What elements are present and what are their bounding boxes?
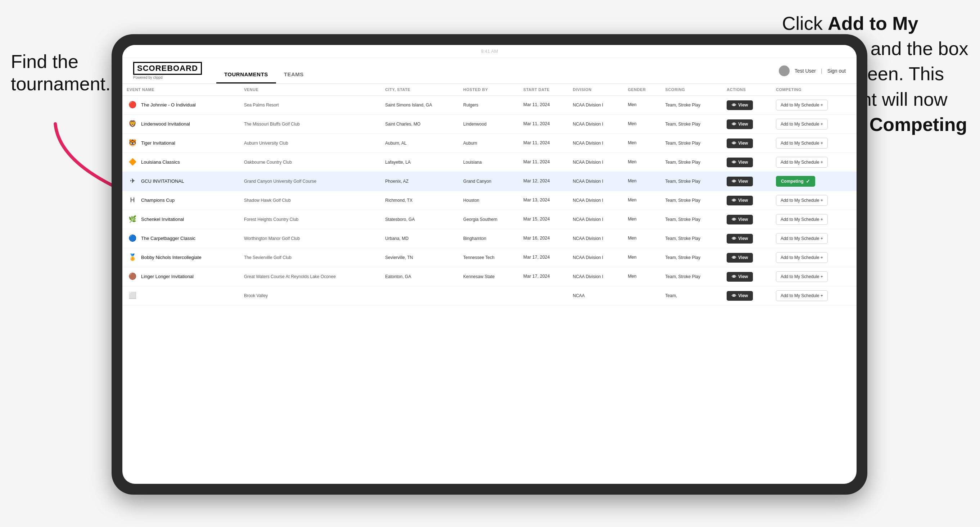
competing-button[interactable]: Competing ✓ [776,176,815,187]
scoring-cell: Team, Stroke Play [661,248,723,267]
col-scoring: SCORING [661,84,723,96]
event-name-text: The Carpetbagger Classic [141,235,196,242]
start-date-cell: Mar 12, 2024 [519,172,568,191]
event-name-cell: ⬜ [123,286,240,305]
scoring-cell: Team, Stroke Play [661,96,723,115]
sign-out-link[interactable]: Sign out [827,68,846,74]
add-schedule-button[interactable]: Add to My Schedule + [776,271,828,282]
event-name-cell: 🦁 Lindenwood Invitational [123,115,240,134]
event-name-cell: 🔶 Louisiana Classics [123,153,240,172]
col-hosted-by: HOSTED BY [459,84,519,96]
add-schedule-button[interactable]: Add to My Schedule + [776,157,828,168]
view-button[interactable]: 👁 View [727,272,753,282]
actions-cell: 👁 View [722,248,772,267]
eye-icon: 👁 [732,122,737,127]
tablet-topbar: 9:41 AM [123,45,857,58]
event-name-cell: 🌿 Schenkel Invitational [123,210,240,229]
gender-cell: Men [623,172,661,191]
actions-cell: 👁 View [722,210,772,229]
eye-icon: 👁 [732,198,737,203]
event-name-cell: 🔵 The Carpetbagger Classic [123,229,240,248]
add-schedule-button[interactable]: Add to My Schedule + [776,214,828,225]
gender-cell: Men [623,153,661,172]
add-schedule-button[interactable]: Add to My Schedule + [776,100,828,110]
view-button[interactable]: 👁 View [727,234,753,243]
venue-cell: Forest Heights Country Club [240,210,381,229]
view-button[interactable]: 👁 View [727,157,753,167]
eye-icon: 👁 [732,160,737,165]
gender-cell: Men [623,229,661,248]
event-name-text: Linger Longer Invitational [141,273,194,280]
venue-cell: The Missouri Bluffs Golf Club [240,115,381,134]
event-name-cell: 🐯 Tiger Invitational [123,134,240,153]
eye-icon: 👁 [732,255,737,260]
gender-cell: Men [623,115,661,134]
hosted-by-cell: Rutgers [459,96,519,115]
start-date-cell: Mar 17, 2024 [519,267,568,286]
division-cell: NCAA Division I [568,191,623,210]
event-name-cell: 🔴 The Johnnie - O Individual [123,96,240,115]
view-button[interactable]: 👁 View [727,215,753,224]
table-header-row: EVENT NAME VENUE CITY, STATE HOSTED BY S… [123,84,857,96]
team-logo: 🏅 [127,252,138,264]
gender-cell [623,286,661,305]
event-name-cell: ✈ GCU INVITATIONAL [123,172,240,191]
view-button[interactable]: 👁 View [727,177,753,186]
table-row: 🌿 Schenkel Invitational Forest Heights C… [123,210,857,229]
competing-cell: Add to My Schedule + [772,286,857,305]
annotation-left: Find the tournament. [11,50,126,95]
add-schedule-button[interactable]: Add to My Schedule + [776,138,828,149]
view-button[interactable]: 👁 View [727,253,753,263]
competing-cell: Add to My Schedule + [772,153,857,172]
event-name-text: Schenkel Invitational [141,216,184,223]
actions-cell: 👁 View [722,172,772,191]
actions-cell: 👁 View [722,191,772,210]
add-schedule-button[interactable]: Add to My Schedule + [776,290,828,301]
gender-cell: Men [623,248,661,267]
table-row: 🏅 Bobby Nichols Intercollegiate The Sevi… [123,248,857,267]
division-cell: NCAA Division I [568,153,623,172]
division-cell: NCAA Division I [568,115,623,134]
view-button[interactable]: 👁 View [727,119,753,129]
view-button[interactable]: 👁 View [727,196,753,205]
division-cell: NCAA Division I [568,229,623,248]
table-row: H Champions Cup Shadow Hawk Golf ClubRic… [123,191,857,210]
division-cell: NCAA Division I [568,172,623,191]
add-schedule-button[interactable]: Add to My Schedule + [776,195,828,206]
col-gender: GENDER [623,84,661,96]
col-competing: COMPETING [772,84,857,96]
event-name-text: Lindenwood Invitational [141,121,190,127]
add-schedule-button[interactable]: Add to My Schedule + [776,252,828,263]
team-logo: 🐯 [127,137,138,149]
view-button[interactable]: 👁 View [727,138,753,148]
tab-tournaments[interactable]: TOURNAMENTS [216,71,276,83]
start-date-cell: Mar 11, 2024 [519,115,568,134]
start-date-cell: Mar 17, 2024 [519,248,568,267]
hosted-by-cell: Kennesaw State [459,267,519,286]
view-button[interactable]: 👁 View [727,291,753,301]
scoring-cell: Team, Stroke Play [661,172,723,191]
gender-cell: Men [623,134,661,153]
event-name-text: Champions Cup [141,197,175,203]
team-logo: 🌿 [127,214,138,225]
division-cell: NCAA Division I [568,248,623,267]
tab-teams[interactable]: TEAMS [276,71,312,83]
competing-cell: Competing ✓ [772,172,857,191]
col-venue: VENUE [240,84,381,96]
add-schedule-button[interactable]: Add to My Schedule + [776,119,828,130]
table-container[interactable]: EVENT NAME VENUE CITY, STATE HOSTED BY S… [123,84,857,484]
view-button[interactable]: 👁 View [727,100,753,110]
hosted-by-cell: Georgia Southern [459,210,519,229]
event-name-text: Bobby Nichols Intercollegiate [141,254,202,261]
venue-cell: Oakbourne Country Club [240,153,381,172]
venue-cell: Great Waters Course At Reynolds Lake Oco… [240,267,381,286]
start-date-cell: Mar 11, 2024 [519,134,568,153]
gender-cell: Men [623,210,661,229]
division-cell: NCAA Division I [568,96,623,115]
add-schedule-button[interactable]: Add to My Schedule + [776,233,828,244]
team-logo: 🔵 [127,233,138,244]
hosted-by-cell: Tennessee Tech [459,248,519,267]
logo-scoreboard: SCOREBOARD [133,62,202,75]
competing-cell: Add to My Schedule + [772,134,857,153]
gender-cell: Men [623,96,661,115]
